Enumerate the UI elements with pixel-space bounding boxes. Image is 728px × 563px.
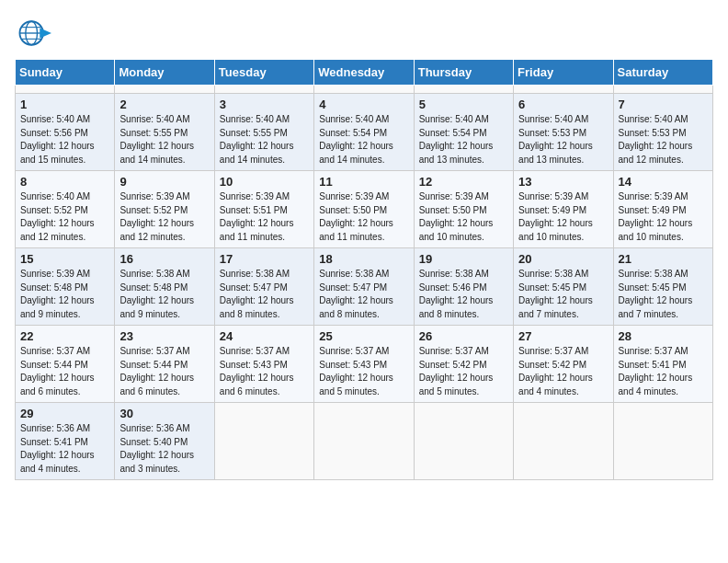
day-info-text: Sunrise: 5:38 AM Sunset: 5:47 PM Dayligh…: [220, 268, 309, 321]
day-info-text: Sunrise: 5:37 AM Sunset: 5:41 PM Dayligh…: [619, 345, 708, 398]
logo: [15, 15, 53, 52]
calendar-cell: 7Sunrise: 5:40 AM Sunset: 5:53 PM Daylig…: [613, 94, 712, 171]
calendar-cell: 16Sunrise: 5:38 AM Sunset: 5:48 PM Dayli…: [115, 248, 214, 326]
day-number: 19: [419, 252, 508, 266]
calendar-cell: 27Sunrise: 5:37 AM Sunset: 5:42 PM Dayli…: [514, 326, 613, 403]
day-info-text: Sunrise: 5:40 AM Sunset: 5:53 PM Dayligh…: [619, 113, 708, 167]
day-info-text: Sunrise: 5:37 AM Sunset: 5:42 PM Dayligh…: [518, 345, 608, 398]
calendar-cell: 22Sunrise: 5:37 AM Sunset: 5:44 PM Dayli…: [16, 326, 115, 403]
calendar-cell: [115, 86, 214, 94]
day-number: 7: [619, 98, 708, 111]
day-number: 10: [220, 175, 309, 189]
day-number: 8: [20, 175, 109, 189]
day-number: 24: [220, 329, 309, 343]
calendar-cell: [314, 86, 414, 94]
calendar-cell: [514, 86, 613, 94]
calendar-week-row: 8Sunrise: 5:40 AM Sunset: 5:52 PM Daylig…: [16, 171, 713, 248]
day-info-text: Sunrise: 5:37 AM Sunset: 5:44 PM Dayligh…: [119, 345, 209, 398]
day-info-text: Sunrise: 5:38 AM Sunset: 5:45 PM Dayligh…: [518, 268, 608, 321]
day-number: 12: [419, 175, 508, 189]
calendar-week-row: 29Sunrise: 5:36 AM Sunset: 5:41 PM Dayli…: [16, 403, 713, 480]
day-info-text: Sunrise: 5:40 AM Sunset: 5:52 PM Dayligh…: [20, 190, 109, 244]
day-number: 15: [20, 252, 109, 266]
calendar-cell: [613, 86, 712, 94]
day-info-text: Sunrise: 5:37 AM Sunset: 5:43 PM Dayligh…: [319, 345, 408, 398]
day-of-week-header: Sunday: [16, 60, 115, 86]
day-info-text: Sunrise: 5:40 AM Sunset: 5:55 PM Dayligh…: [119, 113, 209, 167]
day-number: 22: [20, 329, 109, 343]
day-info-text: Sunrise: 5:38 AM Sunset: 5:48 PM Dayligh…: [119, 268, 209, 321]
calendar-cell: 21Sunrise: 5:38 AM Sunset: 5:45 PM Dayli…: [613, 248, 712, 326]
calendar-cell: 9Sunrise: 5:39 AM Sunset: 5:52 PM Daylig…: [115, 171, 214, 248]
calendar-week-row: 22Sunrise: 5:37 AM Sunset: 5:44 PM Dayli…: [16, 326, 713, 403]
day-info-text: Sunrise: 5:36 AM Sunset: 5:41 PM Dayligh…: [20, 422, 109, 476]
calendar-cell: 24Sunrise: 5:37 AM Sunset: 5:43 PM Dayli…: [214, 326, 313, 403]
day-number: 5: [419, 98, 508, 111]
day-info-text: Sunrise: 5:40 AM Sunset: 5:54 PM Dayligh…: [419, 113, 508, 167]
day-number: 6: [518, 98, 608, 111]
day-number: 9: [119, 175, 209, 189]
calendar-cell: 8Sunrise: 5:40 AM Sunset: 5:52 PM Daylig…: [16, 171, 115, 248]
calendar-cell: 11Sunrise: 5:39 AM Sunset: 5:50 PM Dayli…: [314, 171, 414, 248]
calendar-week-row: 15Sunrise: 5:39 AM Sunset: 5:48 PM Dayli…: [16, 248, 713, 326]
calendar-cell: 4Sunrise: 5:40 AM Sunset: 5:54 PM Daylig…: [314, 94, 414, 171]
calendar-cell: [414, 403, 513, 480]
day-info-text: Sunrise: 5:39 AM Sunset: 5:49 PM Dayligh…: [619, 190, 708, 244]
day-info-text: Sunrise: 5:38 AM Sunset: 5:45 PM Dayligh…: [619, 268, 708, 321]
svg-marker-5: [40, 29, 51, 39]
calendar-cell: 6Sunrise: 5:40 AM Sunset: 5:53 PM Daylig…: [514, 94, 613, 171]
day-of-week-header: Wednesday: [314, 60, 414, 86]
day-of-week-header: Friday: [514, 60, 613, 86]
day-of-week-header: Monday: [115, 60, 214, 86]
calendar-cell: 28Sunrise: 5:37 AM Sunset: 5:41 PM Dayli…: [613, 326, 712, 403]
day-number: 17: [220, 252, 309, 266]
calendar-cell: 20Sunrise: 5:38 AM Sunset: 5:45 PM Dayli…: [514, 248, 613, 326]
day-of-week-header: Thursday: [414, 60, 513, 86]
calendar-cell: 25Sunrise: 5:37 AM Sunset: 5:43 PM Dayli…: [314, 326, 414, 403]
calendar-body: 1Sunrise: 5:40 AM Sunset: 5:56 PM Daylig…: [16, 86, 713, 480]
day-number: 3: [220, 98, 309, 111]
calendar-cell: 1Sunrise: 5:40 AM Sunset: 5:56 PM Daylig…: [16, 94, 115, 171]
calendar-cell: 10Sunrise: 5:39 AM Sunset: 5:51 PM Dayli…: [214, 171, 313, 248]
calendar-cell: 12Sunrise: 5:39 AM Sunset: 5:50 PM Dayli…: [414, 171, 513, 248]
day-info-text: Sunrise: 5:36 AM Sunset: 5:40 PM Dayligh…: [119, 422, 209, 476]
calendar-header: SundayMondayTuesdayWednesdayThursdayFrid…: [16, 60, 713, 86]
page-header: [15, 15, 713, 52]
calendar-cell: 18Sunrise: 5:38 AM Sunset: 5:47 PM Dayli…: [314, 248, 414, 326]
day-number: 27: [518, 329, 608, 343]
day-number: 21: [619, 252, 708, 266]
day-number: 18: [319, 252, 408, 266]
calendar-cell: 14Sunrise: 5:39 AM Sunset: 5:49 PM Dayli…: [613, 171, 712, 248]
day-info-text: Sunrise: 5:37 AM Sunset: 5:42 PM Dayligh…: [419, 345, 508, 398]
day-info-text: Sunrise: 5:39 AM Sunset: 5:50 PM Dayligh…: [319, 190, 408, 244]
day-number: 13: [518, 175, 608, 189]
calendar-cell: 29Sunrise: 5:36 AM Sunset: 5:41 PM Dayli…: [16, 403, 115, 480]
calendar-table: SundayMondayTuesdayWednesdayThursdayFrid…: [15, 59, 713, 480]
day-number: 2: [119, 98, 209, 111]
day-info-text: Sunrise: 5:39 AM Sunset: 5:48 PM Dayligh…: [20, 268, 109, 321]
day-info-text: Sunrise: 5:37 AM Sunset: 5:43 PM Dayligh…: [220, 345, 309, 398]
day-number: 4: [319, 98, 408, 111]
day-info-text: Sunrise: 5:38 AM Sunset: 5:47 PM Dayligh…: [319, 268, 408, 321]
day-number: 29: [20, 407, 109, 420]
calendar-cell: [16, 86, 115, 94]
calendar-cell: 19Sunrise: 5:38 AM Sunset: 5:46 PM Dayli…: [414, 248, 513, 326]
day-info-text: Sunrise: 5:38 AM Sunset: 5:46 PM Dayligh…: [419, 268, 508, 321]
day-number: 30: [119, 407, 209, 420]
day-number: 20: [518, 252, 608, 266]
calendar-cell: [214, 86, 313, 94]
logo-icon: [15, 15, 51, 52]
day-info-text: Sunrise: 5:39 AM Sunset: 5:49 PM Dayligh…: [518, 190, 608, 244]
day-number: 23: [119, 329, 209, 343]
day-info-text: Sunrise: 5:40 AM Sunset: 5:55 PM Dayligh…: [220, 113, 309, 167]
calendar-cell: 3Sunrise: 5:40 AM Sunset: 5:55 PM Daylig…: [214, 94, 313, 171]
calendar-cell: 15Sunrise: 5:39 AM Sunset: 5:48 PM Dayli…: [16, 248, 115, 326]
calendar-cell: 13Sunrise: 5:39 AM Sunset: 5:49 PM Dayli…: [514, 171, 613, 248]
day-of-week-header: Saturday: [613, 60, 712, 86]
day-number: 25: [319, 329, 408, 343]
calendar-cell: [414, 86, 513, 94]
day-number: 1: [20, 98, 109, 111]
day-info-text: Sunrise: 5:40 AM Sunset: 5:56 PM Dayligh…: [20, 113, 109, 167]
day-info-text: Sunrise: 5:40 AM Sunset: 5:54 PM Dayligh…: [319, 113, 408, 167]
calendar-cell: [214, 403, 313, 480]
